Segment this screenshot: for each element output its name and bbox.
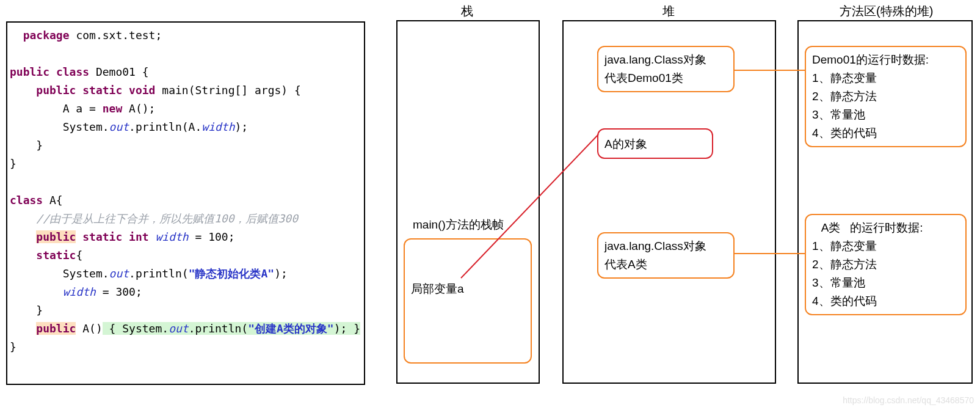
heap-header: 堆 [662, 3, 675, 20]
local-var-a: 局部变量a [411, 280, 524, 298]
heap-column: java.lang.Class对象 代表Demo01类 A的对象 java.la… [562, 20, 776, 384]
watermark: https://blog.csdn.net/qq_43468570 [843, 395, 974, 405]
a-runtime-box: A类 的运行时数据: 1、静态变量 2、静态方法 3、常量池 4、类的代码 [805, 214, 967, 315]
demo-runtime-box: Demo01的运行时数据: 1、静态变量 2、静态方法 3、常量池 4、类的代码 [805, 46, 967, 147]
class-demo-box: java.lang.Class对象 代表Demo01类 [597, 46, 735, 92]
a-runtime-title: A类 的运行时数据: [812, 219, 959, 237]
code-panel: package com.sxt.test; public class Demo0… [6, 21, 365, 385]
a-object-box: A的对象 [597, 128, 713, 159]
stack-header: 栈 [461, 3, 473, 20]
stack-column: main()方法的栈帧 局部变量a [396, 20, 540, 384]
kw-package: package [23, 29, 70, 42]
method-area-column: Demo01的运行时数据: 1、静态变量 2、静态方法 3、常量池 4、类的代码… [797, 20, 973, 384]
method-header: 方法区(特殊的堆) [840, 3, 933, 20]
stack-frame-box: 局部变量a [404, 238, 532, 364]
code-content: package com.sxt.test; public class Demo0… [7, 23, 364, 360]
stack-frame-label: main()方法的栈帧 [413, 217, 504, 233]
class-a-box: java.lang.Class对象 代表A类 [597, 232, 735, 279]
